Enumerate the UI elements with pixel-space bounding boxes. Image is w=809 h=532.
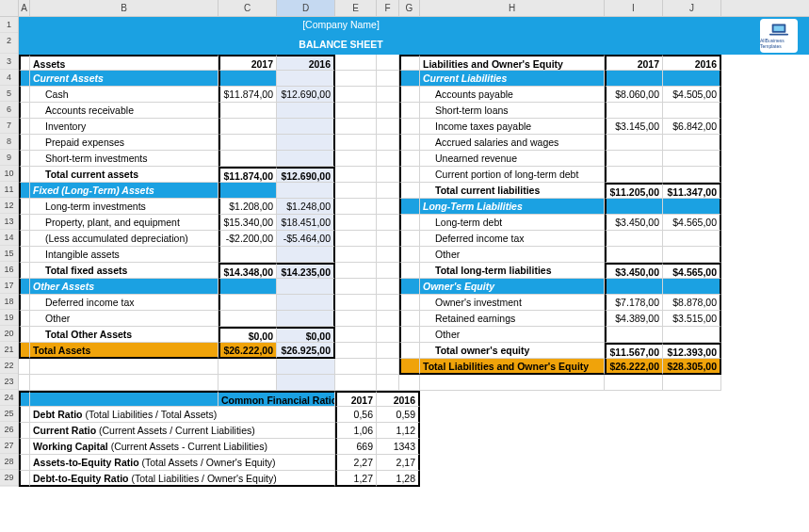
cell-value[interactable]: $3.450,00 — [605, 215, 663, 231]
cell-value[interactable]: $8.060,00 — [605, 87, 663, 103]
row-header[interactable]: 8 — [0, 134, 18, 150]
row-header[interactable]: 17 — [0, 278, 18, 294]
cell-value[interactable]: $26.222,00 — [605, 359, 663, 375]
cell-value[interactable]: 1,27 — [335, 471, 377, 487]
row-header[interactable]: 23 — [0, 374, 18, 390]
ratio-row[interactable]: Debt-to-Equity Ratio (Total Liabilities … — [30, 471, 335, 487]
row-header[interactable]: 13 — [0, 214, 18, 230]
ratio-year-2017[interactable]: 2017 — [335, 391, 377, 407]
cell-value[interactable]: 669 — [335, 439, 377, 455]
cell-value[interactable]: 1,06 — [335, 423, 377, 439]
cell-value[interactable]: $26.222,00 — [218, 343, 277, 359]
line-item[interactable]: Inventory — [30, 119, 218, 135]
row-header[interactable]: 3 — [0, 54, 18, 70]
cell-value[interactable]: $11.567,00 — [605, 343, 663, 359]
cell-value[interactable]: $4.505,00 — [663, 87, 721, 103]
section-other-assets[interactable]: Other Assets — [30, 279, 218, 295]
line-item[interactable]: Accrued salaries and wages — [420, 135, 605, 151]
row-header[interactable]: 11 — [0, 182, 18, 198]
row-header[interactable]: 29 — [0, 470, 18, 486]
line-item[interactable]: Retained earnings — [420, 311, 605, 327]
row-header[interactable]: 2 — [0, 33, 18, 54]
section-fixed-assets[interactable]: Fixed (Long-Term) Assets — [30, 183, 218, 199]
row-header[interactable]: 16 — [0, 262, 18, 278]
year-2017-r[interactable]: 2017 — [605, 55, 663, 71]
cell-value[interactable]: $28.305,00 — [663, 359, 721, 375]
cell-value[interactable]: 1,12 — [377, 423, 420, 439]
row-header[interactable]: 7 — [0, 118, 18, 134]
line-item[interactable]: Intangible assets — [30, 247, 218, 263]
ratio-row[interactable]: Debt Ratio (Total Liabilities / Total As… — [30, 407, 335, 423]
cell-value[interactable]: $3.515,00 — [663, 311, 721, 327]
cell-value[interactable]: $1.248,00 — [277, 199, 335, 215]
cell-value[interactable]: $3.450,00 — [605, 263, 663, 279]
cell-value[interactable]: $12.690,00 — [277, 87, 335, 103]
section-owners-equity[interactable]: Owner's Equity — [420, 279, 605, 295]
total-row[interactable]: Total Other Assets — [30, 327, 218, 343]
cell-value[interactable]: $8.878,00 — [663, 295, 721, 311]
year-2017[interactable]: 2017 — [218, 55, 277, 71]
col-header-e[interactable]: E — [335, 0, 377, 16]
col-header-c[interactable]: C — [218, 0, 277, 16]
col-header-d[interactable]: D — [277, 0, 335, 16]
total-row[interactable]: Total fixed assets — [30, 263, 218, 279]
row-header[interactable]: 10 — [0, 166, 18, 182]
line-item[interactable]: Accounts payable — [420, 87, 605, 103]
line-item[interactable]: Long-term debt — [420, 215, 605, 231]
line-item[interactable]: Other — [420, 247, 605, 263]
cell-value[interactable]: $0,00 — [277, 327, 335, 343]
line-item[interactable]: Prepaid expenses — [30, 135, 218, 151]
total-row[interactable]: Total current assets — [30, 167, 218, 183]
ratio-row[interactable]: Current Ratio (Current Assets / Current … — [30, 423, 335, 439]
line-item[interactable]: Other — [420, 327, 605, 343]
cell-value[interactable]: 2,27 — [335, 455, 377, 471]
cell-value[interactable]: $4.565,00 — [663, 263, 721, 279]
col-header-f[interactable]: F — [377, 0, 399, 16]
line-item[interactable]: Current portion of long-term debt — [420, 167, 605, 183]
row-header[interactable]: 12 — [0, 198, 18, 214]
cell-value[interactable]: 0,56 — [335, 407, 377, 423]
line-item[interactable]: Deferred income tax — [30, 295, 218, 311]
line-item[interactable]: Property, plant, and equipment — [30, 215, 218, 231]
sheet-title[interactable]: BALANCE SHEET — [19, 34, 663, 55]
cell-value[interactable]: -$5.464,00 — [277, 231, 335, 247]
row-header[interactable]: 4 — [0, 70, 18, 86]
cell-value[interactable]: $1.208,00 — [218, 199, 277, 215]
row-header[interactable]: 9 — [0, 150, 18, 166]
line-item[interactable]: Unearned revenue — [420, 151, 605, 167]
col-header-a[interactable]: A — [19, 0, 30, 16]
row-header[interactable]: 25 — [0, 406, 18, 422]
cell-value[interactable]: 1343 — [377, 439, 420, 455]
total-assets[interactable]: Total Assets — [30, 343, 218, 359]
row-header[interactable]: 24 — [0, 390, 18, 406]
col-header-i[interactable]: I — [605, 0, 663, 16]
row-header[interactable]: 26 — [0, 422, 18, 438]
line-item[interactable]: Cash — [30, 87, 218, 103]
col-header-h[interactable]: H — [420, 0, 605, 16]
row-header[interactable]: 21 — [0, 342, 18, 358]
ratio-year-2016[interactable]: 2016 — [377, 391, 420, 407]
total-row[interactable]: Total long-term liabilities — [420, 263, 605, 279]
line-item[interactable]: Short-term investments — [30, 151, 218, 167]
cell-value[interactable]: 2,17 — [377, 455, 420, 471]
year-2016-r[interactable]: 2016 — [663, 55, 721, 71]
row-header[interactable]: 20 — [0, 326, 18, 342]
section-current-liabilities[interactable]: Current Liabilities — [420, 71, 605, 87]
total-row[interactable]: Total owner's equity — [420, 343, 605, 359]
cell-value[interactable]: 0,59 — [377, 407, 420, 423]
ratios-title[interactable]: Common Financial Ratios — [218, 391, 335, 407]
line-item[interactable]: Owner's investment — [420, 295, 605, 311]
line-item[interactable]: Long-term investments — [30, 199, 218, 215]
cell-value[interactable]: $4.565,00 — [663, 215, 721, 231]
col-header-g[interactable]: G — [399, 0, 420, 16]
row-header[interactable]: 14 — [0, 230, 18, 246]
row-header[interactable]: 15 — [0, 246, 18, 262]
cell-value[interactable]: -$2.200,00 — [218, 231, 277, 247]
total-row[interactable]: Total current liabilities — [420, 183, 605, 199]
liab-header[interactable]: Liabilities and Owner's Equity — [420, 55, 605, 71]
line-item[interactable]: Income taxes payable — [420, 119, 605, 135]
cell-value[interactable]: $12.690,00 — [277, 167, 335, 183]
ratio-row[interactable]: Working Capital (Current Assets - Curren… — [30, 439, 335, 455]
ratio-row[interactable]: Assets-to-Equity Ratio (Total Assets / O… — [30, 455, 335, 471]
cell-value[interactable]: $0,00 — [218, 327, 277, 343]
